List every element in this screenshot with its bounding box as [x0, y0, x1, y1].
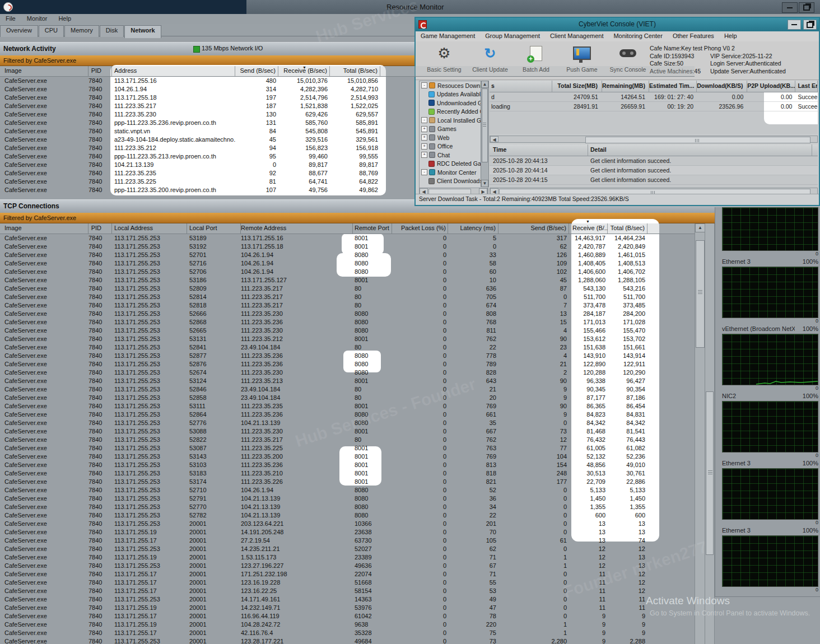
table-row[interactable]: CafeServer.exe7840113.171.255.2535312411… — [0, 377, 695, 385]
column-header[interactable]: Local Address — [112, 223, 187, 234]
table-row[interactable]: CafeServer.exe7840static.vnpt.vn84545,80… — [0, 127, 695, 136]
table-row[interactable]: CafeServer.exe7840113.171.255.2532000114… — [0, 545, 695, 553]
table-row[interactable]: CafeServer.exe7840113.171.255.2535271610… — [0, 259, 695, 268]
table-row[interactable]: CafeServer.exe7840113.171.255.2535286811… — [0, 318, 695, 326]
table-row[interactable]: CafeServer.exe7840113.171.255.2535281811… — [0, 301, 695, 310]
menu-item-file[interactable]: File — [0, 14, 21, 23]
table-row[interactable]: CafeServer.exe7840113.171.255.2535271010… — [0, 486, 695, 494]
table-row[interactable]: CafeServer.exe7840113.171.255.2535308711… — [0, 444, 695, 452]
table-row[interactable]: CafeServer.exe7840ppp-111.223.35.236.rev… — [0, 119, 695, 127]
table-row[interactable]: CafeServer.exe7840113.171.255.1920001104… — [0, 620, 695, 629]
rm-vertical-scrollbar[interactable] — [705, 223, 715, 644]
table-row[interactable]: CafeServer.exe7840113.171.255.2535308811… — [0, 427, 695, 436]
table-row[interactable]: CafeServer.exe7840113.171.255.2535287611… — [0, 360, 695, 368]
table-row[interactable]: CafeServer.exe7840113.171.255.2535318311… — [0, 469, 695, 478]
tcp-header-row[interactable]: ImagePIDLocal AddressLocal PortRemote Ad… — [0, 223, 695, 234]
table-row[interactable]: CafeServer.exe7840113.171.255.2532000114… — [0, 595, 695, 604]
table-row[interactable]: CafeServer.exe7840113.171.255.2535270110… — [0, 251, 695, 259]
table-row[interactable]: CafeServer.exe7840113.171.255.2535266511… — [0, 326, 695, 335]
table-row[interactable]: CafeServer.exe7840113.171.255.2535313111… — [0, 335, 695, 343]
column-header[interactable]: Send (B/sec) — [498, 223, 569, 234]
menu-item-help[interactable]: Help — [53, 14, 77, 23]
table-row[interactable]: CafeServer.exe7840113.171.255.2535281411… — [0, 293, 695, 301]
tab-memory[interactable]: Memory — [64, 25, 99, 37]
download-table-header[interactable]: sTotal Size(MB)Remaining(MB)Estimated Ti… — [490, 81, 818, 92]
column-header[interactable]: Remote Address — [241, 223, 353, 234]
download-task-row[interactable]: d24709.5114264.51169: 01: 27: 400.000.00… — [490, 92, 818, 102]
column-header[interactable]: Total (B/sec) — [608, 223, 647, 234]
table-row[interactable]: CafeServer.exe7840113.171.255.2535277010… — [0, 503, 695, 511]
cv-maximize-button[interactable] — [803, 20, 817, 30]
table-row[interactable]: CafeServer.exe7840113.171.255.2535311111… — [0, 402, 695, 410]
menu-item-monitor[interactable]: Monitor — [21, 14, 53, 23]
tab-network[interactable]: Network — [124, 25, 161, 38]
table-row[interactable]: CafeServer.exe7840113.171.255.2532000112… — [0, 562, 695, 570]
table-row[interactable]: CafeServer.exe7840111.223.35.21294156,82… — [0, 144, 695, 152]
table-row[interactable]: CafeServer.exe7840113.171.255.2532000112… — [0, 637, 695, 644]
table-row[interactable]: CafeServer.exe7840113.171.255.2535310311… — [0, 461, 695, 469]
table-row[interactable]: CafeServer.exe7840104.21.13.139089,81789… — [0, 161, 695, 169]
rm-restore-button[interactable] — [799, 2, 814, 13]
table-row[interactable]: CafeServer.exe7840ppp-111.223.35.213.rev… — [0, 152, 695, 161]
table-row[interactable]: CafeServer.exe7840113.171.255.2535278210… — [0, 511, 695, 520]
table-row[interactable]: CafeServer.exe7840113.171.255.192000114.… — [0, 604, 695, 612]
table-row[interactable]: CafeServer.exe7840113.171.255.2535266611… — [0, 310, 695, 318]
table-row[interactable]: CafeServer.exe7840ppp-111.223.35.200.rev… — [0, 186, 695, 194]
column-header[interactable]: Local Port — [187, 223, 241, 234]
cv-menu-other-features[interactable]: Other Features — [668, 31, 719, 39]
table-row[interactable]: CafeServer.exe7840113.171.255.2535270610… — [0, 268, 695, 276]
cv-titlebar[interactable]: CyberViet Console (VIET) — [416, 18, 819, 31]
table-row[interactable]: CafeServer.exe7840113.171.255.1720001116… — [0, 612, 695, 620]
column-header[interactable]: Image — [0, 223, 88, 234]
scrollbar-thumb[interactable] — [696, 240, 705, 348]
network-activity-header-row[interactable]: ImagePIDAddressSend (B/sec)Receive (B/se… — [0, 66, 695, 77]
column-header[interactable]: Address — [112, 66, 235, 76]
table-row[interactable]: CafeServer.exe7840113.171.255.2535285823… — [0, 394, 695, 402]
column-header[interactable]: P2P Upload(KB... — [747, 81, 795, 92]
cv-menu-client-management[interactable]: Client Management — [545, 31, 608, 39]
table-row[interactable]: CafeServer.exe7840111.223.35.230130629,4… — [0, 110, 695, 119]
column-header[interactable]: PID — [88, 223, 112, 234]
table-row[interactable]: CafeServer.exe7840113.171.255.2535319211… — [0, 242, 695, 251]
table-row[interactable]: CafeServer.exe7840113.171.255.2532000120… — [0, 520, 695, 528]
table-row[interactable]: CafeServer.exe7840113.171.255.2535317411… — [0, 478, 695, 486]
table-row[interactable]: CafeServer.exe7840113.171.255.2535318611… — [0, 276, 695, 284]
table-row[interactable]: CafeServer.exe7840113.171.255.2535284123… — [0, 343, 695, 352]
cv-menu-help[interactable]: Help — [719, 31, 742, 39]
tab-cpu[interactable]: CPU — [39, 25, 64, 37]
column-header[interactable]: Latency (ms) — [448, 223, 498, 234]
table-row[interactable]: CafeServer.exe7840111.223.35.2359288,677… — [0, 169, 695, 178]
column-header[interactable]: PID — [88, 66, 112, 76]
column-header[interactable]: Total Size(MB) — [552, 81, 602, 92]
scrollbar-thumb[interactable] — [706, 391, 714, 555]
table-row[interactable]: CafeServer.exe7840113.171.255.2535286411… — [0, 410, 695, 419]
column-header[interactable]: Total (B/sec) — [330, 66, 380, 76]
table-row[interactable]: CafeServer.exe7840113.171.255.2535284623… — [0, 385, 695, 394]
tcp-vertical-scrollbar[interactable]: ▲ — [695, 223, 706, 644]
column-header[interactable]: Download(KB/S) — [697, 81, 747, 92]
download-task-row[interactable]: loading28491.9126659.9100: 19: 2023526.9… — [490, 102, 818, 111]
table-row[interactable]: CafeServer.exe7840a23-49-104-184.deploy.… — [0, 136, 695, 144]
tab-overview[interactable]: Overview — [0, 25, 38, 37]
table-row[interactable]: CafeServer.exe7840113.171.255.2535287711… — [0, 352, 695, 360]
cv-menu-monitoring-center[interactable]: Monitoring Center — [608, 31, 667, 39]
table-row[interactable]: CafeServer.exe7840111.223.35.2258164,741… — [0, 178, 695, 186]
tab-disk[interactable]: Disk — [100, 25, 124, 37]
table-row[interactable]: CafeServer.exe7840113.171.255.1720001171… — [0, 570, 695, 578]
cv-menu-group-management[interactable]: Group Management — [480, 31, 545, 39]
table-row[interactable]: CafeServer.exe7840113.171.255.2535277610… — [0, 419, 695, 427]
table-row[interactable]: CafeServer.exe7840113.171.255.2535280911… — [0, 284, 695, 293]
cv-minimize-button[interactable] — [788, 20, 801, 30]
table-row[interactable]: CafeServer.exe7840113.171.255.2535279110… — [0, 494, 695, 503]
table-row[interactable]: CafeServer.exe7840113.171.255.2535318911… — [0, 234, 695, 242]
column-header[interactable]: Send (B/sec) — [235, 66, 278, 76]
table-row[interactable]: CafeServer.exe7840113.171.255.172000127.… — [0, 536, 695, 545]
column-header[interactable]: Packet Loss (%) — [392, 223, 448, 234]
cv-menu-game-management[interactable]: Game Management — [416, 31, 480, 39]
column-header[interactable]: Receive (B/... — [569, 223, 608, 234]
column-header[interactable]: Estimated Tim... — [649, 81, 697, 92]
table-row[interactable]: CafeServer.exe7840113.171.255.1720001123… — [0, 578, 695, 587]
column-header[interactable]: Last Err — [795, 81, 818, 92]
table-row[interactable]: CafeServer.exe7840113.171.255.2535267411… — [0, 368, 695, 377]
table-row[interactable]: CafeServer.exe7840113.171.255.2535314311… — [0, 452, 695, 461]
